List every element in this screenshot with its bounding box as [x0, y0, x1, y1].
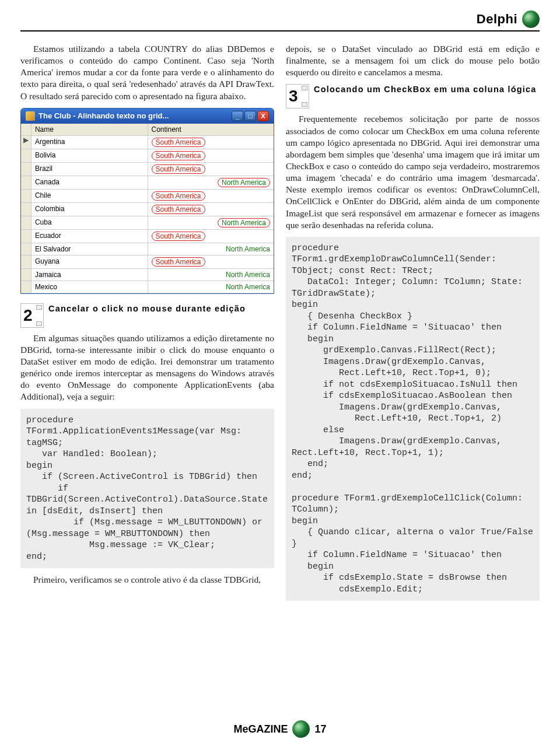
step-2-title: Cancelar o click no mouse durante edição	[48, 303, 246, 315]
cell-continent: North America	[148, 281, 274, 293]
left-paragraph-2: Em algumas situações quando utilizamos a…	[20, 332, 274, 403]
footer-page: 17	[314, 723, 326, 736]
cell-continent: South America	[148, 230, 274, 243]
page-footer: MeGAZINE 17	[0, 720, 560, 738]
row-marker	[21, 176, 32, 189]
cell-name: Canada	[32, 176, 148, 189]
step-3-title: Colocando um CheckBox em uma coluna lógi…	[314, 84, 537, 96]
row-marker	[21, 230, 32, 243]
cell-continent: South America	[148, 255, 274, 268]
left-paragraph-3: Primeiro, verificamos se o controle ativ…	[20, 574, 274, 586]
cell-continent: North America	[148, 243, 274, 255]
step-3: 3 Colocando um CheckBox em uma coluna ló…	[286, 84, 540, 108]
cell-continent: North America	[148, 176, 274, 189]
table-row[interactable]: El SalvadorNorth America	[21, 243, 274, 255]
spinner-down-icon	[302, 102, 307, 107]
table-row[interactable]: CanadaNorth America	[21, 176, 274, 190]
cell-continent: South America	[148, 149, 274, 162]
step-number: 3	[289, 87, 298, 106]
left-column: Estamos utilizando a tabela COUNTRY do a…	[20, 43, 274, 607]
spinner-up-icon	[36, 305, 42, 310]
cell-continent: North America	[148, 269, 274, 281]
table-row[interactable]: JamaicaNorth America	[21, 269, 274, 281]
step-number-box: 3	[286, 84, 309, 108]
row-marker	[21, 216, 32, 229]
cell-name: Jamaica	[32, 269, 148, 281]
row-marker	[21, 281, 32, 293]
header-title: Delphi	[477, 12, 517, 27]
cell-name: Bolivia	[32, 149, 148, 162]
table-row[interactable]: ChileSouth America	[21, 190, 274, 203]
step-number: 2	[23, 306, 33, 325]
code-block-1: procedure TForm1.ApplicationEvents1Messa…	[20, 409, 274, 569]
grid-header: Name Continent	[21, 124, 274, 136]
row-marker	[21, 149, 32, 162]
grid-header-name[interactable]: Name	[32, 124, 148, 135]
right-paragraph-2: Frequentemente recebemos solicitação por…	[286, 113, 540, 230]
spinner-up-icon	[302, 86, 307, 90]
table-row[interactable]: CubaNorth America	[21, 216, 274, 230]
app-icon	[26, 111, 35, 121]
right-column: depois, se o DataSet vinculado ao DBGrid…	[286, 43, 540, 607]
row-marker	[21, 190, 32, 202]
grid-body: Name Continent ▶ArgentinaSouth AmericaBo…	[21, 124, 274, 293]
cell-name: El Salvador	[32, 243, 148, 255]
cell-name: Cuba	[32, 216, 148, 229]
cell-name: Argentina	[32, 136, 148, 149]
right-paragraph-1: depois, se o DataSet vinculado ao DBGrid…	[286, 43, 540, 78]
window-title: The Club - Alinhando texto no grid...	[38, 111, 169, 120]
cell-name: Chile	[32, 190, 148, 202]
cell-name: Mexico	[32, 281, 148, 293]
spinner-down-icon	[36, 321, 42, 326]
step-2: 2 Cancelar o click no mouse durante ediç…	[20, 303, 274, 328]
cell-name: Colombia	[32, 203, 148, 216]
row-marker: ▶	[21, 136, 32, 149]
page-header: Delphi	[20, 10, 540, 31]
cell-continent: North America	[148, 216, 274, 229]
grid-header-continent[interactable]: Continent	[148, 124, 274, 135]
window-titlebar: The Club - Alinhando texto no grid... _ …	[21, 108, 274, 124]
cell-continent: South America	[148, 190, 274, 202]
left-paragraph-1: Estamos utilizando a tabela COUNTRY do a…	[20, 43, 274, 102]
table-row[interactable]: BrazilSouth America	[21, 163, 274, 176]
cell-name: Ecuador	[32, 230, 148, 243]
row-marker	[21, 203, 32, 216]
cell-continent: South America	[148, 203, 274, 216]
grid-header-marker	[21, 124, 32, 135]
maximize-button[interactable]: □	[244, 111, 256, 121]
cell-name: Brazil	[32, 163, 148, 176]
table-row[interactable]: GuyanaSouth America	[21, 255, 274, 269]
minimize-button[interactable]: _	[232, 111, 243, 121]
table-row[interactable]: ▶ArgentinaSouth America	[21, 136, 274, 149]
globe-icon	[292, 720, 310, 738]
row-marker	[21, 269, 32, 281]
code-block-2: procedure TForm1.grdExemploDrawColumnCel…	[286, 237, 540, 601]
table-row[interactable]: ColombiaSouth America	[21, 203, 274, 216]
table-row[interactable]: EcuadorSouth America	[21, 230, 274, 243]
footer-mag: MeGAZINE	[233, 723, 288, 736]
close-button[interactable]: X	[257, 111, 269, 121]
row-marker	[21, 163, 32, 176]
table-row[interactable]: MexicoNorth America	[21, 281, 274, 293]
example-window: The Club - Alinhando texto no grid... _ …	[20, 108, 274, 294]
cell-name: Guyana	[32, 255, 148, 268]
row-marker	[21, 243, 32, 255]
row-marker	[21, 255, 32, 268]
columns-container: Estamos utilizando a tabela COUNTRY do a…	[20, 43, 540, 607]
step-number-box: 2	[20, 303, 44, 328]
cell-continent: South America	[148, 163, 274, 176]
globe-icon	[522, 10, 540, 28]
table-row[interactable]: BoliviaSouth America	[21, 149, 274, 163]
cell-continent: South America	[148, 136, 274, 149]
